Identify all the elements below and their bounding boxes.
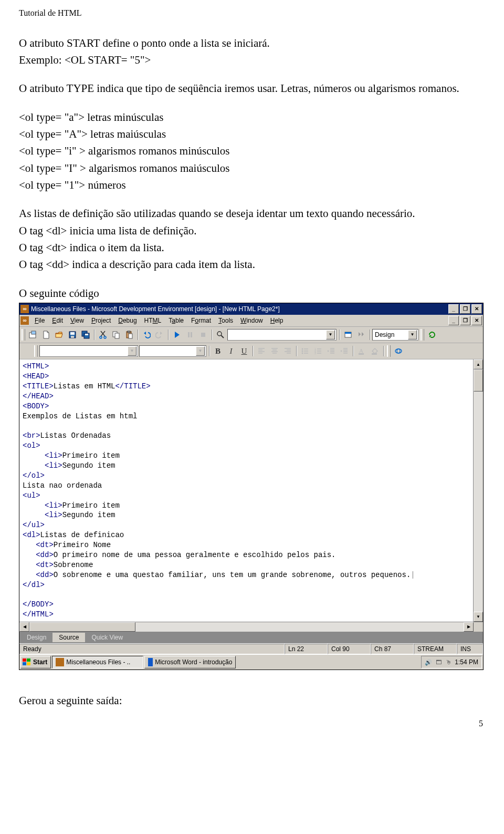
window-list-icon[interactable] <box>342 329 354 341</box>
tray-icon[interactable]: 🖰 <box>445 658 452 666</box>
minimize-button[interactable]: _ <box>448 304 459 314</box>
copy-icon[interactable] <box>110 329 122 341</box>
svg-point-18 <box>217 332 222 336</box>
align-center-icon[interactable] <box>268 345 281 357</box>
volume-icon[interactable]: 🔊 <box>425 658 432 666</box>
save-all-icon[interactable] <box>79 329 92 341</box>
menu-view[interactable]: View <box>67 316 88 325</box>
document-icon: ∞ <box>20 316 29 325</box>
body-text: O atributo TYPE indica que tipo de seqüê… <box>19 81 485 96</box>
italic-button[interactable]: I <box>225 345 237 357</box>
paste-icon[interactable] <box>123 329 135 341</box>
body-text: O tag <dl> inicia uma lista de definição… <box>19 223 485 238</box>
chevron-down-icon[interactable]: ▼ <box>196 346 205 356</box>
cut-icon[interactable] <box>97 329 109 341</box>
style-combo[interactable]: ▼ <box>39 345 138 357</box>
menu-tools[interactable]: Tools <box>215 316 237 325</box>
restore-button[interactable]: ❐ <box>460 304 470 314</box>
vertical-scrollbar[interactable]: ▲ ▼ <box>473 359 483 622</box>
menu-debug[interactable]: Debug <box>114 316 140 325</box>
mdi-minimize-button[interactable]: _ <box>448 316 459 325</box>
svg-rect-3 <box>70 332 75 335</box>
svg-rect-16 <box>191 332 192 337</box>
menu-format[interactable]: Format <box>187 316 215 325</box>
taskbar-item-devenv[interactable]: Miscellaneous Files - .. <box>52 656 143 668</box>
status-ch: Ch 87 <box>371 644 414 654</box>
body-text: Exemplo: <OL START= "5"> <box>19 53 485 67</box>
design-mode-combo[interactable]: Design▼ <box>372 329 418 341</box>
toolbar-grip[interactable] <box>421 329 424 341</box>
redo-icon[interactable] <box>153 329 166 341</box>
bold-button[interactable]: B <box>212 345 224 357</box>
system-tray: 🔊 🗔 🖰 1:54 PM <box>421 656 482 668</box>
ide-window: ∞ Miscellaneous Files - Microsoft Develo… <box>19 303 484 670</box>
status-ready: Ready <box>19 644 285 654</box>
scroll-up-button[interactable]: ▲ <box>474 359 483 369</box>
chevron-down-icon[interactable]: ▼ <box>128 346 136 356</box>
hyperlink-icon[interactable] <box>392 345 405 357</box>
close-button[interactable]: ✕ <box>471 304 482 314</box>
new-file-icon[interactable] <box>40 329 52 341</box>
bullets-icon[interactable] <box>299 345 311 357</box>
toolbar-grip[interactable] <box>34 345 38 357</box>
horizontal-scrollbar[interactable]: ◀ ▶ <box>19 622 483 632</box>
view-tabs: Design Source Quick View <box>19 632 483 643</box>
taskbar-item-word[interactable]: Microsoft Word - introdução <box>144 656 236 668</box>
indent-icon[interactable] <box>338 345 351 357</box>
scroll-track[interactable] <box>29 622 464 632</box>
menu-edit[interactable]: Edit <box>48 316 67 325</box>
svg-point-8 <box>100 336 102 338</box>
menu-window[interactable]: Window <box>237 316 267 325</box>
scroll-left-button[interactable]: ◀ <box>19 622 29 632</box>
toolbar-grip[interactable] <box>22 329 25 341</box>
toolbar-grip[interactable] <box>387 345 391 357</box>
font-combo[interactable]: ▼ <box>139 345 206 357</box>
menu-file[interactable]: File <box>31 316 48 325</box>
tab-design[interactable]: Design <box>20 633 52 642</box>
chevron-down-icon[interactable]: ▼ <box>408 330 417 339</box>
menu-html[interactable]: HTML <box>141 316 165 325</box>
svg-text:3: 3 <box>314 352 316 355</box>
svg-rect-17 <box>201 333 205 337</box>
align-left-icon[interactable] <box>255 345 268 357</box>
mdi-restore-button[interactable]: ❐ <box>460 316 470 325</box>
taskbar: Start Miscellaneous Files - .. Microsoft… <box>19 654 483 670</box>
new-project-icon[interactable] <box>27 329 39 341</box>
tray-icon[interactable]: 🗔 <box>435 658 442 666</box>
run-icon[interactable] <box>171 329 183 341</box>
find-combo[interactable]: ▼ <box>227 329 337 341</box>
body-text: O atributo START define o ponto onde a l… <box>19 36 485 50</box>
svg-rect-21 <box>345 332 351 334</box>
start-button[interactable]: Start <box>20 656 51 668</box>
scroll-right-button[interactable]: ▶ <box>464 622 474 632</box>
menu-project[interactable]: Project <box>88 316 114 325</box>
numbering-icon[interactable]: 123 <box>312 345 324 357</box>
save-icon[interactable] <box>66 329 79 341</box>
tab-quick-view[interactable]: Quick View <box>85 633 129 642</box>
scroll-track[interactable] <box>474 369 483 612</box>
open-icon[interactable] <box>53 329 66 341</box>
refresh-icon[interactable] <box>426 329 438 341</box>
scroll-thumb[interactable] <box>29 622 135 632</box>
tab-source[interactable]: Source <box>52 633 85 642</box>
code-editor[interactable]: <HTML> <HEAD> <TITLE>Listas em HTML</TIT… <box>19 359 473 622</box>
scroll-down-button[interactable]: ▼ <box>474 612 483 622</box>
stop-icon[interactable] <box>197 329 209 341</box>
toolbox-icon[interactable] <box>355 329 368 341</box>
undo-icon[interactable] <box>140 329 153 341</box>
mdi-close-button[interactable]: ✕ <box>471 316 482 325</box>
menu-help[interactable]: Help <box>267 316 287 325</box>
body-text: O seguinte código <box>19 286 485 301</box>
scroll-thumb[interactable] <box>474 369 483 392</box>
chevron-down-icon[interactable]: ▼ <box>326 330 335 339</box>
align-right-icon[interactable] <box>281 345 294 357</box>
underline-button[interactable]: U <box>238 345 250 357</box>
find-icon[interactable] <box>214 329 227 341</box>
backcolor-icon[interactable] <box>369 345 381 357</box>
outdent-icon[interactable] <box>325 345 338 357</box>
forecolor-icon[interactable]: A <box>355 345 368 357</box>
menu-table[interactable]: Table <box>165 316 187 325</box>
pause-icon[interactable] <box>184 329 196 341</box>
page-header: Tutorial de HTML <box>19 7 485 19</box>
status-ins: INS <box>457 644 483 654</box>
